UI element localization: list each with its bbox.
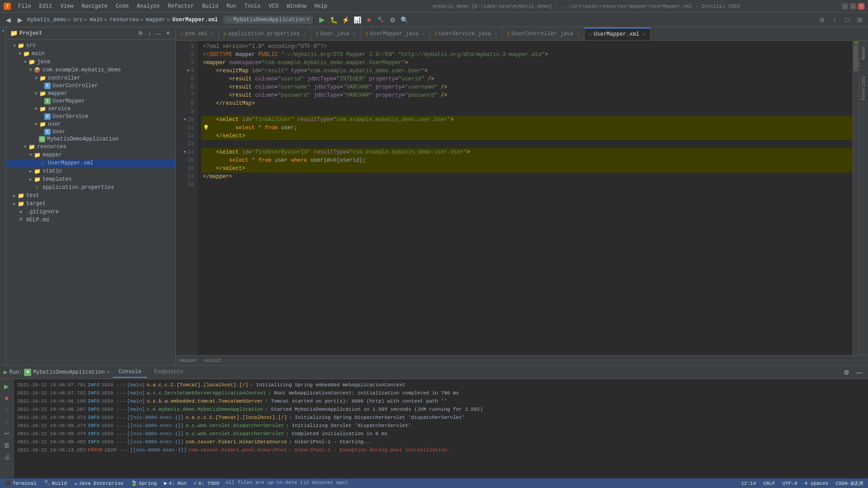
tab-close-usercontroller[interactable]: ✕ [577,31,580,37]
tree-item-static[interactable]: ▶📁static [6,167,175,175]
menu-help[interactable]: Help [311,2,331,10]
run-scroll-up-btn[interactable]: ↑ [1,404,12,415]
sidebar-scroll-btn[interactable]: ↕ [146,29,154,38]
run-tab-endpoints[interactable]: Endpoints [149,367,189,378]
tree-item-MybatisDemoApplication[interactable]: ⬡MybatisDemoApplication [6,136,175,143]
sidebar-collapse-btn[interactable]: — [155,29,163,38]
status-terminal[interactable]: ⬛ Terminal [4,480,38,487]
tree-item-resources[interactable]: ▼📁resources [6,143,175,151]
forward-button[interactable]: ▶ [14,14,25,25]
run-print-btn[interactable]: 🖨 [1,451,12,462]
sidebar-settings-btn[interactable]: ⚙ [137,29,145,38]
menu-file[interactable]: File [14,2,35,10]
tab-usermapper-xml[interactable]: ⌂ UserMapper.xml ✕ [585,28,651,40]
tree-item-com.example.mybatis_demo[interactable]: ▼📦com.example.mybatis_demo [6,66,175,74]
maven-tab[interactable]: Maven [860,44,867,61]
tree-item-UserService[interactable]: CUserService [6,113,175,120]
run-rerun-btn[interactable]: ▶ [1,381,12,392]
status-build[interactable]: 🔨 Build [43,480,68,487]
tab-userservice-java[interactable]: J UserService.java ✕ [430,28,502,40]
status-todo[interactable]: ✓ 6: TODO [193,480,220,487]
run-close-tag[interactable]: ✕ [107,369,110,375]
back-button[interactable]: ◀ [3,14,14,25]
run-button[interactable]: ▶ [316,14,327,25]
tab-user-java[interactable]: J User.java ✕ [311,28,361,40]
build-button[interactable]: 🔨 [375,14,386,25]
bc-mapper[interactable]: mapper [146,17,165,23]
bc-resources[interactable]: resources [110,17,139,23]
status-run[interactable]: ▶ 4: Run [163,480,188,487]
run-configuration[interactable]: ⬡ MybatisDemoApplication ▼ [223,16,313,24]
menu-navigate[interactable]: Navigate [78,2,111,10]
profile-button[interactable]: 📊 [352,14,363,25]
tree-item-templates[interactable]: ▶📁templates [6,175,175,183]
tree-item-service[interactable]: ▼📁service [6,105,175,113]
menu-window[interactable]: Window [283,2,310,10]
tab-usercontroller-java[interactable]: J UserController.java ✕ [502,28,585,40]
menu-vcs[interactable]: VCS [265,2,283,10]
debug-button[interactable]: 🐛 [328,14,339,25]
bc-select[interactable]: select [204,358,222,363]
toolbar-btn-4[interactable]: ⊞ [854,14,865,25]
menu-view[interactable]: View [57,2,77,10]
tree-item-test[interactable]: ▶📁test [6,192,175,200]
tree-item-user[interactable]: ▼📁user [6,120,175,128]
menu-edit[interactable]: Edit [36,2,56,10]
run-scroll-down-btn[interactable]: ↓ [1,416,12,427]
status-indent[interactable]: 4 spaces [804,480,830,487]
tree-item-application.properties[interactable]: ≡application.properties [6,183,175,192]
tree-item-controller[interactable]: ▼📁controller [6,74,175,82]
tree-item-java[interactable]: ▼📁java [6,58,175,66]
menu-code[interactable]: Code [112,2,132,10]
tree-item-mapper[interactable]: ▼📁mapper [6,89,175,98]
tab-close-usermapper-xml[interactable]: ✕ [643,32,646,37]
status-line-ending[interactable]: CRLF [762,480,776,487]
tab-close-pom[interactable]: ✕ [211,31,214,37]
bc-mapper[interactable]: mapper [179,358,198,363]
tree-item-src[interactable]: ▼📁src [6,42,175,50]
minimize-button[interactable]: ─ [842,3,848,9]
toolbar-btn-2[interactable]: ↕ [829,14,840,25]
toolbar-btn-3[interactable]: □ [842,14,853,25]
code-editor[interactable]: 1 2 3 ▼4 5 6 7 8 9 ▼10 11 12 13 ▼14 [176,41,853,355]
tab-close-usermapper-java[interactable]: ✕ [422,31,425,37]
status-encoding[interactable]: UTF-8 [782,480,798,487]
menu-build[interactable]: Build [198,2,222,10]
run-tab-console[interactable]: Console [113,367,146,378]
tree-item-User[interactable]: CUser [6,128,175,136]
tree-item-.gitignore[interactable]: ●.gitignore [6,208,175,216]
run-wrap-btn[interactable]: ↩ [1,428,12,439]
close-button[interactable]: ✕ [858,3,864,9]
status-java-enterprise[interactable]: ☕ Java Enterprise [73,480,124,487]
sidebar-close-btn[interactable]: ✕ [164,29,172,38]
scroll-thumb[interactable] [854,44,858,71]
menu-tools[interactable]: Tools [241,2,264,10]
tree-item-mapper_folder[interactable]: ▼📁mapper [6,151,175,159]
toolbar-btn-1[interactable]: ⚙ [816,14,827,25]
tree-item-main[interactable]: ▼📁main [6,50,175,58]
stop-button[interactable]: ■ [363,14,374,25]
tab-close-userservice[interactable]: ✕ [495,31,497,37]
run-panel-content[interactable]: 2021-10-22 19:46:07.791 INFO 1028 --- [m… [14,379,868,478]
bc-file[interactable]: UserMapper.xml [172,17,218,23]
tree-item-target[interactable]: ▶📁target [6,200,175,208]
status-spring[interactable]: 🍃 Spring [130,480,158,487]
tab-application-properties[interactable]: ⊞ application.properties ✕ [219,28,311,40]
run-stop-btn[interactable]: ■ [1,393,12,404]
settings-button[interactable]: ⚙ [387,14,398,25]
run-with-coverage-button[interactable]: ⚡ [340,14,351,25]
sidebar-content[interactable]: ▼📁src▼📁main▼📁java▼📦com.example.mybatis_d… [6,40,175,365]
tree-item-HELP.md[interactable]: MHELP.md [6,216,175,224]
tree-item-UserMapper[interactable]: IUserMapper [6,98,175,105]
run-minimize-btn[interactable]: — [854,367,864,378]
bc-main[interactable]: main [90,17,103,23]
tab-close-approp[interactable]: ✕ [303,31,306,37]
bc-src[interactable]: src [73,17,83,23]
menu-analyze[interactable]: Analyze [133,2,163,10]
maximize-button[interactable]: □ [850,3,856,9]
bc-project[interactable]: mybatis_demo [27,17,66,23]
code-content[interactable]: <?xml version="1.0" encoding="UTF-8"?> <… [198,41,853,355]
tree-item-UserController[interactable]: CUserController [6,82,175,89]
favorites-tab[interactable]: Favorites [860,74,867,102]
run-clear-btn[interactable]: 🗑 [1,440,12,450]
